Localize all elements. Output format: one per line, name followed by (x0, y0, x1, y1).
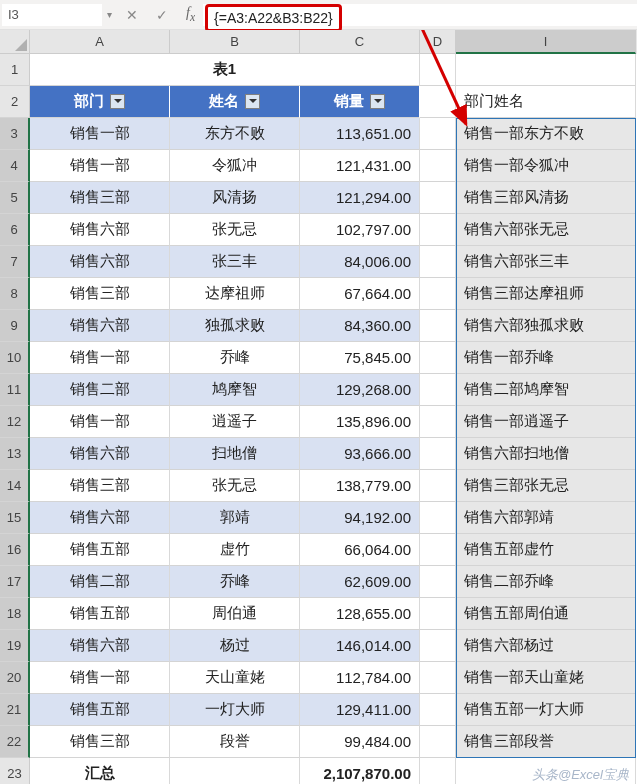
cell[interactable] (420, 694, 456, 726)
cell-name[interactable]: 张三丰 (170, 246, 300, 278)
spreadsheet-grid[interactable]: A B C D I 1表12部门姓名销量部门姓名3销售一部东方不败113,651… (0, 30, 637, 784)
cell-concat[interactable]: 销售六部郭靖 (456, 502, 636, 534)
col-header-C[interactable]: C (300, 30, 420, 54)
col-header-B[interactable]: B (170, 30, 300, 54)
row-header[interactable]: 8 (0, 278, 30, 310)
cell-sales[interactable]: 62,609.00 (300, 566, 420, 598)
cell[interactable] (420, 310, 456, 342)
row-header[interactable]: 18 (0, 598, 30, 630)
cell[interactable] (420, 598, 456, 630)
col-header-I[interactable]: I (456, 30, 636, 54)
filter-icon[interactable] (245, 94, 260, 109)
cell-dept[interactable]: 销售六部 (30, 246, 170, 278)
namebox-dropdown-icon[interactable]: ▾ (102, 9, 116, 20)
cell[interactable] (420, 342, 456, 374)
cell[interactable] (170, 758, 300, 784)
row-header[interactable]: 20 (0, 662, 30, 694)
cell-sales[interactable]: 128,655.00 (300, 598, 420, 630)
filter-icon[interactable] (370, 94, 385, 109)
cell-dept[interactable]: 销售六部 (30, 310, 170, 342)
cell[interactable] (420, 758, 456, 784)
cell-concat[interactable]: 销售五部周伯通 (456, 598, 636, 630)
cell-dept[interactable]: 销售一部 (30, 118, 170, 150)
table-title[interactable]: 表1 (30, 54, 420, 86)
cell-sales[interactable]: 129,268.00 (300, 374, 420, 406)
cell-concat[interactable]: 销售六部张无忌 (456, 214, 636, 246)
cell-sales[interactable]: 113,651.00 (300, 118, 420, 150)
cell-concat[interactable]: 销售六部杨过 (456, 630, 636, 662)
row-header[interactable]: 14 (0, 470, 30, 502)
cell-concat[interactable]: 销售六部扫地僧 (456, 438, 636, 470)
row-header[interactable]: 19 (0, 630, 30, 662)
cell-name[interactable]: 郭靖 (170, 502, 300, 534)
cell-dept[interactable]: 销售六部 (30, 438, 170, 470)
cell[interactable] (420, 566, 456, 598)
cell-dept[interactable]: 销售一部 (30, 406, 170, 438)
row-header[interactable]: 13 (0, 438, 30, 470)
total-label[interactable]: 汇总 (30, 758, 170, 784)
cell[interactable] (456, 54, 636, 86)
cell[interactable] (420, 630, 456, 662)
cell[interactable] (420, 534, 456, 566)
cell-name[interactable]: 鸠摩智 (170, 374, 300, 406)
cell-dept[interactable]: 销售六部 (30, 630, 170, 662)
cell-sales[interactable]: 138,779.00 (300, 470, 420, 502)
cell-dept[interactable]: 销售三部 (30, 182, 170, 214)
cell-name[interactable]: 杨过 (170, 630, 300, 662)
cell-sales[interactable]: 75,845.00 (300, 342, 420, 374)
cell-dept[interactable]: 销售一部 (30, 150, 170, 182)
cell[interactable] (420, 374, 456, 406)
col-header-D[interactable]: D (420, 30, 456, 54)
filter-icon[interactable] (110, 94, 125, 109)
cell-dept[interactable]: 销售二部 (30, 374, 170, 406)
cell-name[interactable]: 风清扬 (170, 182, 300, 214)
cell-dept[interactable]: 销售五部 (30, 534, 170, 566)
row-header[interactable]: 12 (0, 406, 30, 438)
cell-sales[interactable]: 94,192.00 (300, 502, 420, 534)
cell-dept[interactable]: 销售三部 (30, 726, 170, 758)
cell-concat[interactable]: 销售二部乔峰 (456, 566, 636, 598)
fx-icon[interactable]: fx (178, 5, 203, 24)
cell-name[interactable]: 乔峰 (170, 566, 300, 598)
cell-sales[interactable]: 121,294.00 (300, 182, 420, 214)
cell-concat[interactable]: 销售一部东方不败 (456, 118, 636, 150)
select-all-button[interactable] (0, 30, 30, 54)
cell[interactable] (420, 118, 456, 150)
name-box[interactable]: I3 (2, 4, 102, 26)
cell-concat[interactable]: 销售三部张无忌 (456, 470, 636, 502)
cell-name[interactable]: 张无忌 (170, 470, 300, 502)
row-header[interactable]: 10 (0, 342, 30, 374)
confirm-icon[interactable]: ✓ (156, 7, 168, 23)
col-dept-header[interactable]: 部门 (30, 86, 170, 118)
cell-dept[interactable]: 销售二部 (30, 566, 170, 598)
cell-name[interactable]: 独孤求败 (170, 310, 300, 342)
cell-concat[interactable]: 销售三部达摩祖师 (456, 278, 636, 310)
row-header[interactable]: 23 (0, 758, 30, 784)
cell-name[interactable]: 令狐冲 (170, 150, 300, 182)
cell-concat[interactable]: 销售五部虚竹 (456, 534, 636, 566)
cell-dept[interactable]: 销售六部 (30, 214, 170, 246)
row-header[interactable]: 16 (0, 534, 30, 566)
row-header[interactable]: 17 (0, 566, 30, 598)
cell-name[interactable]: 达摩祖师 (170, 278, 300, 310)
cell-concat[interactable]: 销售六部独孤求败 (456, 310, 636, 342)
col-name-header[interactable]: 姓名 (170, 86, 300, 118)
cell-sales[interactable]: 112,784.00 (300, 662, 420, 694)
total-value[interactable]: 2,107,870.00 (300, 758, 420, 784)
cell-sales[interactable]: 67,664.00 (300, 278, 420, 310)
cell-sales[interactable]: 121,431.00 (300, 150, 420, 182)
cell-dept[interactable]: 销售一部 (30, 342, 170, 374)
cell-concat[interactable]: 销售二部鸠摩智 (456, 374, 636, 406)
row-header[interactable]: 21 (0, 694, 30, 726)
cell-dept[interactable]: 销售三部 (30, 470, 170, 502)
cell-sales[interactable]: 84,006.00 (300, 246, 420, 278)
cell[interactable] (420, 726, 456, 758)
row-header[interactable]: 9 (0, 310, 30, 342)
cancel-icon[interactable]: ✕ (126, 7, 138, 23)
concat-header[interactable]: 部门姓名 (456, 86, 636, 118)
row-header[interactable]: 6 (0, 214, 30, 246)
row-header[interactable]: 1 (0, 54, 30, 86)
cell-concat[interactable]: 销售一部天山童姥 (456, 662, 636, 694)
cell-dept[interactable]: 销售六部 (30, 502, 170, 534)
row-header[interactable]: 3 (0, 118, 30, 150)
